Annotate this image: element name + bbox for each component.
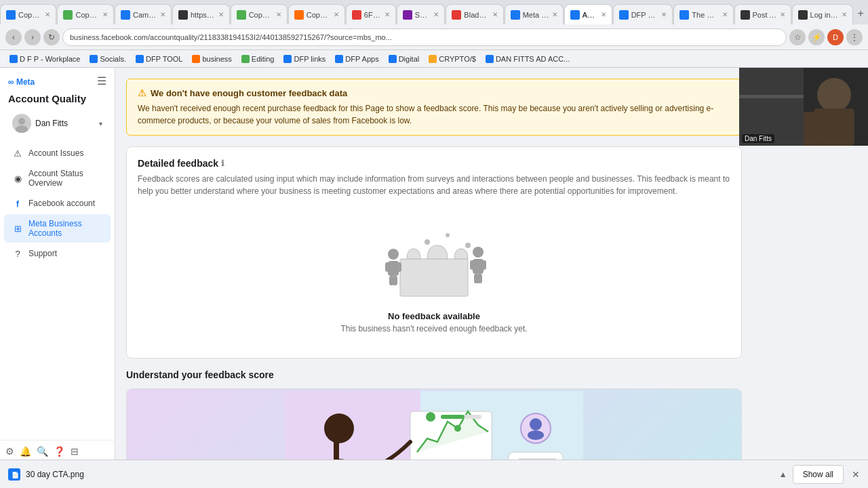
bookmark-label-5: Editing bbox=[252, 55, 275, 63]
svg-point-13 bbox=[473, 247, 484, 258]
tab-copy-ol-2[interactable]: Copy ol ✕ bbox=[57, 4, 113, 24]
tab-close-3[interactable]: ✕ bbox=[160, 11, 165, 18]
tab-copy-6[interactable]: Copy of ✕ bbox=[288, 4, 345, 24]
svg-point-27 bbox=[454, 425, 461, 432]
tab-acco-active[interactable]: Acco ✕ bbox=[564, 4, 612, 24]
back-button[interactable]: ‹ bbox=[5, 29, 22, 45]
bookmark-label-8: Digital bbox=[399, 55, 420, 63]
tab-favicon-9 bbox=[452, 10, 461, 20]
tab-spac[interactable]: Spac ✕ bbox=[397, 4, 446, 24]
bookmark-icon-9 bbox=[429, 55, 437, 63]
url-bar[interactable]: business.facebook.com/accountquality/211… bbox=[62, 28, 787, 46]
account-issues-icon: ⚠ bbox=[12, 148, 23, 159]
tab-metabu[interactable]: Meta Bu ✕ bbox=[505, 4, 564, 24]
bookmark-label-2: Socials. bbox=[100, 55, 126, 63]
download-filename: 30 day CTA.png bbox=[26, 470, 774, 479]
tab-close-13[interactable]: ✕ bbox=[722, 11, 728, 18]
search-icon[interactable]: 🔍 bbox=[37, 446, 48, 457]
settings-icon[interactable]: ⚙ bbox=[5, 446, 14, 457]
tab-https[interactable]: https://c ✕ bbox=[172, 4, 230, 24]
sidebar-item-account-status[interactable]: ◉ Account Status Overview bbox=[4, 164, 111, 192]
tab-label-11: Acco bbox=[583, 11, 598, 19]
tab-copy-ol-1[interactable]: Copy ol ✕ bbox=[0, 4, 56, 24]
bookmark-editing[interactable]: Editing bbox=[237, 54, 279, 64]
bookmark-dfp-workplace[interactable]: D F P - Workplace bbox=[5, 54, 84, 64]
forward-button[interactable]: › bbox=[24, 29, 41, 45]
tab-close-7[interactable]: ✕ bbox=[384, 11, 390, 18]
download-chevron-icon[interactable]: ▲ bbox=[779, 470, 787, 479]
detailed-feedback-card: Detailed feedback ℹ Feedback scores are … bbox=[126, 146, 742, 359]
svg-point-29 bbox=[530, 418, 542, 430]
tab-close-2[interactable]: ✕ bbox=[102, 11, 108, 18]
bookmark-business[interactable]: business bbox=[188, 54, 235, 64]
show-all-button[interactable]: Show all bbox=[793, 465, 844, 484]
bookmark-dan-fitts[interactable]: DAN FITTS AD ACC... bbox=[481, 54, 574, 64]
bookmark-label-6: DFP links bbox=[294, 55, 326, 63]
extensions-button[interactable]: ⚡ bbox=[808, 29, 825, 45]
tab-dfpchat[interactable]: DFP cha ✕ bbox=[613, 4, 673, 24]
svg-rect-9 bbox=[385, 262, 391, 272]
tab-6ffu[interactable]: 6FFU ✕ bbox=[346, 4, 396, 24]
tab-close-12[interactable]: ✕ bbox=[661, 11, 667, 18]
tab-blade[interactable]: Blade R ✕ bbox=[446, 4, 503, 24]
tab-close-14[interactable]: ✕ bbox=[780, 11, 785, 18]
new-tab-button[interactable]: + bbox=[854, 7, 868, 20]
tab-thestre[interactable]: The Stre ✕ bbox=[673, 4, 733, 24]
tab-label-8: Spac bbox=[415, 11, 431, 19]
meta-business-icon: ⊞ bbox=[12, 223, 23, 234]
bookmark-icon-1 bbox=[9, 55, 18, 63]
tab-postatt[interactable]: Post Att ✕ bbox=[734, 4, 791, 24]
bottom-bar: 📄 30 day CTA.png ▲ Show all ✕ bbox=[0, 460, 868, 488]
sidebar-menu-icon[interactable]: ☰ bbox=[97, 75, 106, 87]
tab-close-10[interactable]: ✕ bbox=[552, 11, 557, 18]
profile-button[interactable]: D bbox=[827, 29, 844, 45]
tab-close-11[interactable]: ✕ bbox=[601, 11, 606, 18]
tab-copy-5[interactable]: Copy of ✕ bbox=[231, 4, 288, 24]
svg-point-1 bbox=[18, 118, 25, 125]
tab-login[interactable]: Log in a | ✕ bbox=[792, 4, 853, 24]
sidebar-item-account-issues[interactable]: ⚠ Account Issues bbox=[4, 143, 111, 163]
tab-close-4[interactable]: ✕ bbox=[218, 11, 224, 18]
bookmark-icon-3 bbox=[136, 55, 144, 63]
info-icon[interactable]: ℹ bbox=[221, 159, 224, 168]
download-icon: 📄 bbox=[8, 468, 20, 481]
bell-icon[interactable]: 🔔 bbox=[20, 446, 31, 457]
sidebar-header: ∞ Meta ☰ bbox=[0, 68, 115, 90]
tab-campai[interactable]: Campai ✕ bbox=[115, 4, 172, 24]
tab-close-15[interactable]: ✕ bbox=[842, 11, 847, 18]
sidebar-title: Account Quality bbox=[0, 90, 115, 110]
tab-label-9: Blade R bbox=[464, 11, 489, 19]
close-download-icon[interactable]: ✕ bbox=[852, 469, 860, 480]
bookmark-digital[interactable]: Digital bbox=[384, 54, 424, 64]
svg-rect-40 bbox=[739, 95, 804, 98]
bookmark-dfp-apps[interactable]: DFP Apps bbox=[331, 54, 382, 64]
tab-favicon-14 bbox=[741, 10, 750, 20]
bookmark-socials[interactable]: Socials. bbox=[85, 54, 130, 64]
sidebar-item-support[interactable]: ? Support bbox=[4, 243, 111, 264]
warning-banner: ⚠ We don't have enough customer feedback… bbox=[126, 79, 742, 136]
tab-close-6[interactable]: ✕ bbox=[334, 11, 339, 18]
bookmark-dfp-links[interactable]: DFP links bbox=[279, 54, 330, 64]
layout-icon[interactable]: ⊟ bbox=[71, 446, 79, 457]
bookmark-crypto[interactable]: CRYPTO/$ bbox=[425, 54, 480, 64]
no-feedback-svg bbox=[359, 222, 509, 303]
bookmarks-bar: D F P - Workplace Socials. DFP TOOL busi… bbox=[0, 50, 868, 68]
tab-close-8[interactable]: ✕ bbox=[433, 11, 439, 18]
user-selector[interactable]: Dan Fitts ▾ bbox=[4, 110, 111, 137]
refresh-button[interactable]: ↻ bbox=[43, 29, 60, 45]
tab-close-9[interactable]: ✕ bbox=[492, 11, 498, 18]
bookmark-label-3: DFP TOOL bbox=[146, 55, 182, 63]
help-icon[interactable]: ❓ bbox=[54, 446, 65, 457]
menu-button[interactable]: ⋮ bbox=[846, 29, 863, 45]
sidebar-item-meta-business[interactable]: ⊞ Meta Business Accounts bbox=[4, 214, 111, 243]
tab-favicon-4 bbox=[178, 10, 188, 20]
bookmark-button[interactable]: ☆ bbox=[789, 29, 806, 45]
chevron-down-icon: ▾ bbox=[99, 120, 102, 127]
svg-point-7 bbox=[388, 249, 399, 260]
bookmark-dfp-tool[interactable]: DFP TOOL bbox=[132, 54, 186, 64]
tab-label-12: DFP cha bbox=[631, 11, 659, 19]
tab-close-5[interactable]: ✕ bbox=[276, 11, 281, 18]
tab-bar: Copy ol ✕ Copy ol ✕ Campai ✕ https://c ✕… bbox=[0, 0, 868, 24]
tab-close-1[interactable]: ✕ bbox=[45, 11, 50, 18]
sidebar-item-facebook-account[interactable]: f Facebook account bbox=[4, 193, 111, 214]
